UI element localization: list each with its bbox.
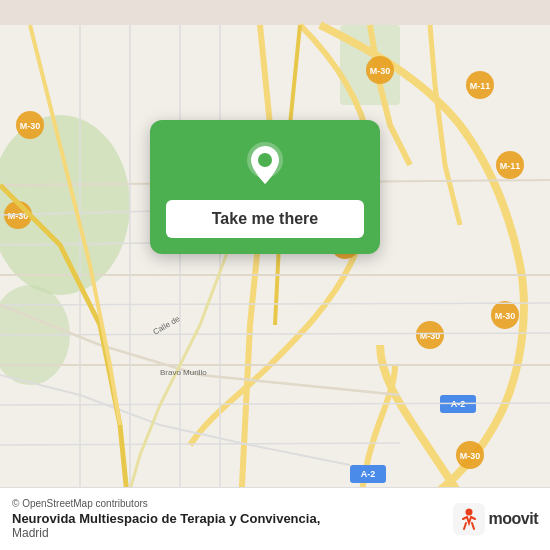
svg-rect-43 bbox=[453, 503, 485, 535]
svg-text:M-30: M-30 bbox=[20, 121, 41, 131]
place-city: Madrid bbox=[12, 526, 320, 540]
place-name: Neurovida Multiespacio de Terapia y Conv… bbox=[12, 511, 320, 526]
bottom-bar: © OpenStreetMap contributors Neurovida M… bbox=[0, 487, 550, 550]
svg-point-42 bbox=[258, 153, 272, 167]
svg-point-44 bbox=[465, 509, 472, 516]
svg-text:A-2: A-2 bbox=[361, 469, 376, 479]
take-me-there-button[interactable]: Take me there bbox=[166, 200, 364, 238]
svg-text:M-30: M-30 bbox=[460, 451, 481, 461]
moovit-text: moovit bbox=[489, 510, 538, 528]
osm-attribution: © OpenStreetMap contributors bbox=[12, 498, 320, 509]
place-info: © OpenStreetMap contributors Neurovida M… bbox=[12, 498, 320, 540]
location-pin-icon bbox=[241, 140, 289, 188]
svg-text:M-11: M-11 bbox=[500, 161, 521, 171]
svg-text:M-30: M-30 bbox=[495, 311, 516, 321]
moovit-icon bbox=[453, 503, 485, 535]
svg-text:M-11: M-11 bbox=[470, 81, 491, 91]
svg-text:M-30: M-30 bbox=[370, 66, 391, 76]
location-card: Take me there bbox=[150, 120, 380, 254]
svg-text:M-30: M-30 bbox=[420, 331, 441, 341]
svg-text:Bravo Murillo: Bravo Murillo bbox=[160, 368, 207, 377]
map-container: M-30 M-11 M-11 M-30 M-30 M-30 A-2 A-2 M-… bbox=[0, 0, 550, 550]
moovit-logo[interactable]: moovit bbox=[453, 503, 538, 535]
map-background: M-30 M-11 M-11 M-30 M-30 M-30 A-2 A-2 M-… bbox=[0, 0, 550, 550]
